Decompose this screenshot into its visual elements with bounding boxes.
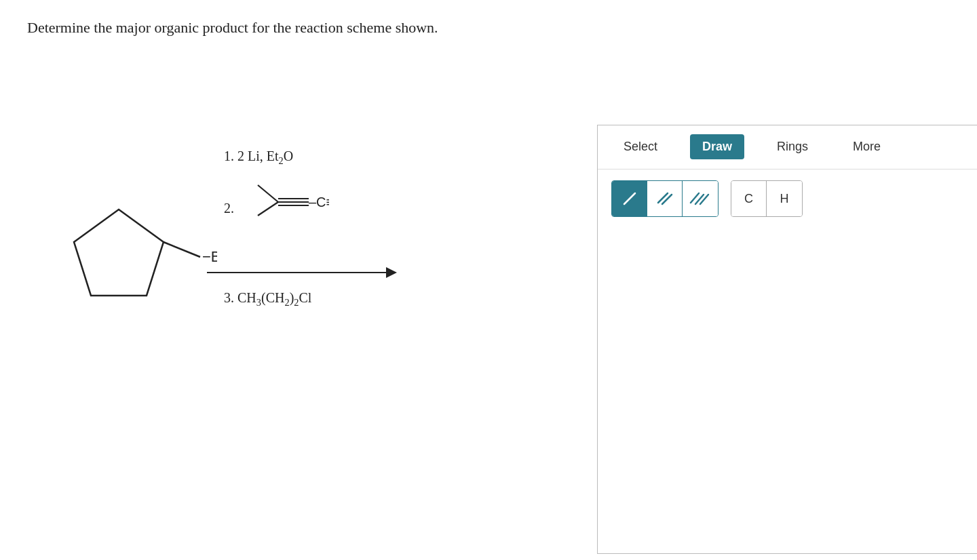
drawing-canvas[interactable] bbox=[598, 228, 977, 553]
carbon-atom-button[interactable]: C bbox=[731, 181, 767, 216]
toolbar-tabs: Select Draw Rings More bbox=[598, 125, 977, 169]
bond-button-group bbox=[611, 180, 719, 217]
tab-select[interactable]: Select bbox=[611, 134, 670, 159]
tab-draw[interactable]: Draw bbox=[690, 134, 744, 159]
double-bond-button[interactable] bbox=[647, 181, 683, 216]
reaction-arrow bbox=[207, 267, 397, 278]
svg-text:−Br: −Br bbox=[202, 248, 217, 265]
svg-text:–C≡CH: –C≡CH bbox=[309, 195, 329, 209]
hydrogen-atom-button[interactable]: H bbox=[767, 181, 802, 216]
svg-line-10 bbox=[658, 193, 668, 203]
svg-line-4 bbox=[258, 202, 278, 216]
svg-marker-0 bbox=[74, 209, 164, 296]
tab-rings[interactable]: Rings bbox=[765, 134, 820, 159]
tab-more[interactable]: More bbox=[841, 134, 893, 159]
single-bond-button[interactable] bbox=[612, 181, 647, 216]
toolbar-panel: Select Draw Rings More bbox=[597, 125, 977, 554]
condition-step1: 1. 2 Li, Et2O bbox=[224, 145, 329, 169]
cyclopentane-molecule: −Br bbox=[68, 193, 217, 315]
condition-step2: 2. –C≡CH bbox=[224, 172, 329, 219]
atom-button-group: C H bbox=[731, 180, 803, 217]
svg-line-3 bbox=[258, 185, 278, 202]
svg-line-1 bbox=[164, 242, 200, 257]
condition-step3: 3. CH3(CH2)2Cl bbox=[224, 287, 329, 311]
reaction-scheme: −Br 1. 2 Li, Et2O 2. bbox=[27, 57, 583, 464]
triple-bond-button[interactable] bbox=[683, 181, 718, 216]
reaction-conditions: 1. 2 Li, Et2O 2. –C≡CH bbox=[224, 145, 329, 311]
question-text: Determine the major organic product for … bbox=[27, 19, 950, 37]
svg-line-11 bbox=[662, 195, 672, 204]
svg-line-9 bbox=[624, 193, 635, 204]
toolbar-buttons-row: C H bbox=[598, 169, 977, 228]
